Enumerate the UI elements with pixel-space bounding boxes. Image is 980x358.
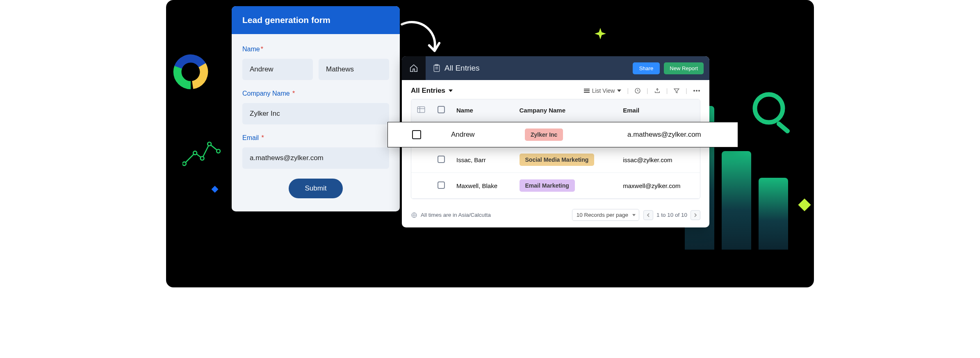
pager-text: 1 to 10 of 10 [656,212,687,218]
company-label: Company Name * [242,90,389,97]
column-drag [411,99,432,122]
clock-icon[interactable] [634,87,641,94]
diamond-icon [798,198,811,211]
records-per-page-dropdown[interactable]: 10 Records per page [572,209,639,221]
table-row[interactable]: Issac, Barr Social Media Marketing issac… [411,147,700,173]
submit-button[interactable]: Submit [289,179,343,198]
required-marker: * [261,134,264,141]
last-name-input[interactable] [319,59,389,80]
table-row[interactable]: Maxwell, Blake Email Marketing maxwell@z… [411,173,700,199]
cell-email: issac@zylker.com [617,147,700,173]
svg-point-7 [217,149,220,153]
next-page-button[interactable] [691,210,700,220]
pager: 1 to 10 of 10 [643,210,700,220]
company-chip: Email Marketing [520,179,575,192]
first-name-input[interactable] [242,59,313,80]
topbar-title: All Entries [433,64,480,73]
entries-dropdown[interactable]: All Entries [411,87,453,95]
entries-footer: All times are in Asia/Calcutta 10 Record… [402,205,709,227]
svg-point-3 [182,162,186,165]
chevron-down-icon [449,90,453,92]
checkbox-icon[interactable] [438,181,445,189]
svg-rect-21 [417,107,425,112]
home-icon [409,64,418,73]
entries-toolbar: All Entries List View | | | [402,80,709,99]
cell-name: Maxwell, Blake [451,173,514,199]
checkbox-icon[interactable] [438,156,445,163]
required-marker: * [292,90,295,97]
company-chip: Zylker Inc [525,129,563,141]
list-icon [584,88,590,93]
list-view-toggle[interactable]: List View [584,87,622,94]
column-name[interactable]: Name [451,99,514,122]
svg-point-8 [755,94,783,122]
checkbox-icon [438,106,445,113]
sparkle-icon [595,28,606,39]
cell-email: a.mathews@zylker.com [622,131,738,139]
company-chip: Social Media Marketing [520,154,595,166]
chevron-down-icon [617,90,621,92]
donut-chart-icon [172,53,209,90]
timezone-note: All times are in Asia/Calcutta [421,212,491,218]
column-email[interactable]: Email [617,99,700,122]
column-company[interactable]: Campany Name [514,99,618,122]
svg-point-5 [201,156,204,160]
globe-icon [411,212,417,218]
email-input[interactable] [242,147,389,169]
svg-rect-10 [434,65,439,72]
home-button[interactable] [402,56,426,80]
more-icon[interactable] [693,90,700,92]
checkbox-icon[interactable] [412,130,421,139]
svg-point-4 [193,151,197,155]
lead-generation-form: Lead generation form Name* Company Name … [232,6,400,211]
name-label: Name* [242,46,389,53]
svg-rect-9 [776,121,791,134]
diamond-icon [212,186,219,193]
required-marker: * [261,46,263,53]
flow-arrow-icon [399,19,446,58]
highlighted-row[interactable]: Andrew Zylker Inc a.mathews@zylker.com [387,122,738,147]
column-select-all[interactable] [432,99,451,122]
filter-icon[interactable] [673,87,680,94]
cell-email: maxwell@zylker.com [617,173,700,199]
cell-name: Issac, Barr [451,147,514,173]
svg-point-6 [207,142,211,146]
form-title: Lead generation form [232,6,400,34]
entries-panel: All Entries Share New Report All Entries [402,56,709,227]
export-icon[interactable] [654,87,661,94]
sparkline-icon [182,138,226,168]
email-label: Email * [242,134,389,142]
cell-name: Andrew [445,131,519,139]
company-input[interactable] [242,103,389,124]
svg-point-18 [693,90,695,92]
new-report-button[interactable]: New Report [664,62,704,74]
stage: Lead generation form Name* Company Name … [166,0,814,287]
svg-point-20 [698,90,700,92]
columns-icon [417,106,425,113]
svg-point-19 [696,90,697,92]
share-button[interactable]: Share [633,62,660,74]
entries-table: Name Campany Name Email Issac, Barr Soci… [411,99,700,199]
clipboard-icon [433,64,440,72]
magnifier-icon [749,89,798,138]
entries-table-wrap: Name Campany Name Email Issac, Barr Soci… [402,99,709,205]
prev-page-button[interactable] [643,210,653,220]
entries-topbar: All Entries Share New Report [402,56,709,80]
